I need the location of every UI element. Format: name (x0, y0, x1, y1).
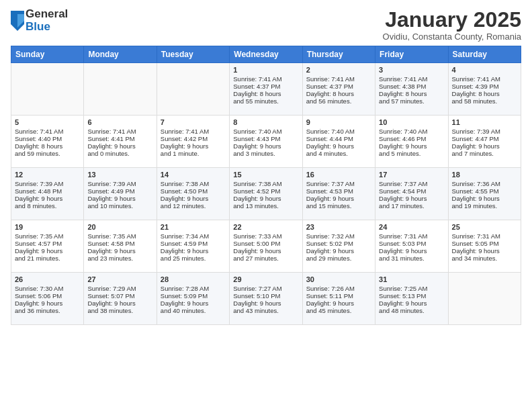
day-info: Sunset: 4:59 PM (161, 240, 226, 247)
day-info: Sunset: 4:58 PM (87, 240, 152, 247)
day-info: Daylight: 9 hours (161, 300, 226, 307)
day-info: Sunset: 4:46 PM (379, 135, 444, 142)
day-info: Daylight: 9 hours (87, 247, 152, 255)
col-saturday: Saturday (448, 46, 521, 63)
table-row: 29Sunrise: 7:27 AMSunset: 5:10 PMDayligh… (230, 273, 302, 325)
day-info: Daylight: 9 hours (379, 247, 444, 255)
day-info: Sunrise: 7:31 AM (452, 232, 517, 240)
day-info: Sunrise: 7:41 AM (452, 75, 517, 83)
day-number: 19 (15, 223, 80, 231)
day-number: 25 (452, 223, 517, 231)
header: General Blue January 2025 Ovidiu, Consta… (11, 8, 521, 42)
day-info: Daylight: 9 hours (87, 300, 152, 307)
day-info: Sunrise: 7:39 AM (15, 180, 80, 187)
day-number: 23 (306, 223, 371, 231)
day-info: Sunset: 4:52 PM (233, 187, 298, 195)
day-info: Daylight: 9 hours (87, 195, 152, 202)
table-row: 12Sunrise: 7:39 AMSunset: 4:48 PMDayligh… (11, 168, 84, 220)
day-info: Sunrise: 7:29 AM (87, 285, 152, 292)
day-number: 2 (306, 66, 371, 74)
day-info: Sunset: 4:55 PM (452, 187, 517, 195)
table-row: 24Sunrise: 7:31 AMSunset: 5:03 PMDayligh… (375, 220, 448, 273)
day-info: Sunset: 5:05 PM (452, 240, 517, 247)
day-info: Sunrise: 7:34 AM (161, 232, 226, 240)
day-info: and 27 minutes. (233, 255, 298, 262)
day-info: Daylight: 9 hours (306, 300, 371, 307)
day-info: Daylight: 8 hours (233, 90, 298, 97)
day-info: Sunrise: 7:39 AM (87, 180, 152, 187)
day-info: Sunrise: 7:37 AM (306, 180, 371, 187)
day-info: and 23 minutes. (87, 255, 152, 262)
day-info: Sunrise: 7:41 AM (379, 75, 444, 83)
logo-blue: Blue (26, 21, 68, 34)
table-row: 20Sunrise: 7:35 AMSunset: 4:58 PMDayligh… (84, 220, 157, 273)
table-row (84, 63, 157, 116)
logo-text: General Blue (26, 8, 68, 33)
table-row: 16Sunrise: 7:37 AMSunset: 4:53 PMDayligh… (302, 168, 375, 220)
logo-general: General (26, 8, 68, 21)
table-row: 18Sunrise: 7:36 AMSunset: 4:55 PMDayligh… (448, 168, 521, 220)
day-info: and 58 minutes. (452, 97, 517, 105)
day-number: 27 (87, 275, 152, 283)
day-info: and 38 minutes. (87, 307, 152, 314)
calendar-week-row: 12Sunrise: 7:39 AMSunset: 4:48 PMDayligh… (11, 168, 521, 220)
day-info: Sunrise: 7:26 AM (306, 285, 371, 292)
day-info: Sunset: 4:38 PM (379, 83, 444, 90)
table-row: 19Sunrise: 7:35 AMSunset: 4:57 PMDayligh… (11, 220, 84, 273)
day-info: and 3 minutes. (233, 150, 298, 157)
day-number: 10 (379, 118, 444, 126)
day-info: and 15 minutes. (306, 202, 371, 210)
day-info: Daylight: 9 hours (161, 142, 226, 150)
day-info: Sunset: 4:44 PM (306, 135, 371, 142)
day-info: Sunrise: 7:37 AM (379, 180, 444, 187)
day-info: Sunset: 4:37 PM (306, 83, 371, 90)
day-info: Sunset: 4:50 PM (161, 187, 226, 195)
location: Ovidiu, Constanta County, Romania (383, 32, 521, 42)
day-info: Sunrise: 7:38 AM (161, 180, 226, 187)
day-number: 24 (379, 223, 444, 231)
day-info: Daylight: 9 hours (306, 142, 371, 150)
day-info: and 31 minutes. (379, 255, 444, 262)
day-number: 4 (452, 66, 517, 74)
day-info: Daylight: 8 hours (379, 90, 444, 97)
day-info: Sunset: 5:13 PM (379, 292, 444, 300)
day-info: Sunrise: 7:32 AM (306, 232, 371, 240)
day-info: Sunset: 5:06 PM (15, 292, 80, 300)
day-number: 5 (15, 118, 80, 126)
table-row: 6Sunrise: 7:41 AMSunset: 4:41 PMDaylight… (84, 116, 157, 168)
table-row (448, 273, 521, 325)
day-info: Daylight: 9 hours (379, 300, 444, 307)
col-tuesday: Tuesday (157, 46, 229, 63)
day-number: 14 (161, 171, 226, 179)
day-info: Sunset: 5:09 PM (161, 292, 226, 300)
day-info: and 13 minutes. (233, 202, 298, 210)
day-info: Sunset: 5:07 PM (87, 292, 152, 300)
day-number: 18 (452, 171, 517, 179)
table-row: 21Sunrise: 7:34 AMSunset: 4:59 PMDayligh… (157, 220, 229, 273)
day-info: and 34 minutes. (452, 255, 517, 262)
table-row: 14Sunrise: 7:38 AMSunset: 4:50 PMDayligh… (157, 168, 229, 220)
day-info: and 45 minutes. (306, 307, 371, 314)
day-info: and 4 minutes. (306, 150, 371, 157)
day-info: Daylight: 9 hours (452, 247, 517, 255)
logo: General Blue (11, 8, 68, 33)
col-friday: Friday (375, 46, 448, 63)
table-row: 13Sunrise: 7:39 AMSunset: 4:49 PMDayligh… (84, 168, 157, 220)
day-info: and 1 minute. (161, 150, 226, 157)
table-row: 22Sunrise: 7:33 AMSunset: 5:00 PMDayligh… (230, 220, 302, 273)
day-info: Sunset: 5:00 PM (233, 240, 298, 247)
page-container: General Blue January 2025 Ovidiu, Consta… (0, 0, 532, 411)
day-info: Sunrise: 7:41 AM (87, 128, 152, 135)
day-info: Daylight: 8 hours (306, 90, 371, 97)
day-info: Sunrise: 7:40 AM (306, 128, 371, 135)
day-info: and 59 minutes. (15, 150, 80, 157)
table-row: 4Sunrise: 7:41 AMSunset: 4:39 PMDaylight… (448, 63, 521, 116)
col-sunday: Sunday (11, 46, 84, 63)
table-row: 2Sunrise: 7:41 AMSunset: 4:37 PMDaylight… (302, 63, 375, 116)
day-number: 20 (87, 223, 152, 231)
day-number: 11 (452, 118, 517, 126)
day-number: 1 (233, 66, 298, 74)
day-info: Sunset: 4:57 PM (15, 240, 80, 247)
day-number: 3 (379, 66, 444, 74)
day-info: and 29 minutes. (306, 255, 371, 262)
